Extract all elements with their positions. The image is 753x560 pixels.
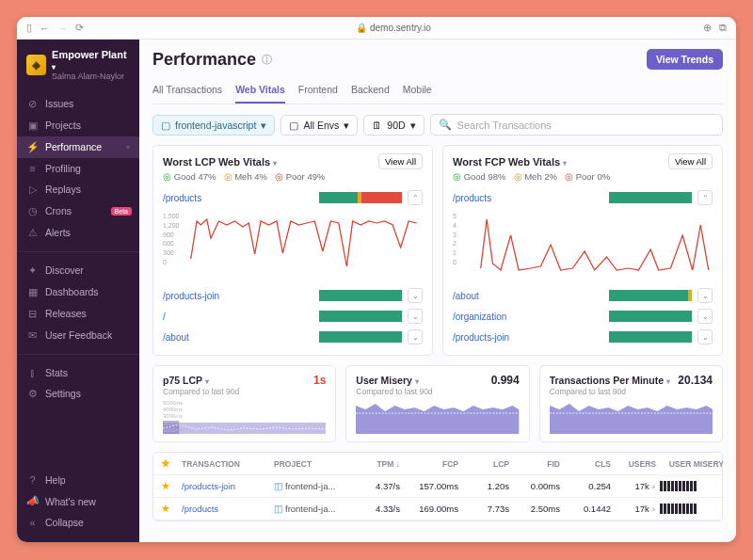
worst-lcp-card: Worst LCP Web Vitals ▾ View All Good 47%…	[152, 145, 433, 356]
expand-button[interactable]: ⌄	[697, 288, 713, 303]
tab-mobile[interactable]: Mobile	[403, 79, 432, 104]
sidebar-item-collapse[interactable]: «Collapse	[17, 512, 139, 533]
fcp-value: 157.00ms	[404, 481, 458, 491]
sidebar-item-user-feedback[interactable]: ✉User Feedback	[17, 325, 139, 346]
project-filter[interactable]: ▢ frontend-javascript ▾	[152, 115, 275, 136]
star-column-header[interactable]: ★	[161, 457, 178, 470]
expand-button[interactable]: ⌄	[408, 309, 423, 324]
user-misery-bars	[660, 504, 724, 514]
sidebar-item-label: Releases	[45, 308, 87, 319]
projects-icon: ▣	[26, 120, 39, 132]
sidebar-item-dashboards[interactable]: ▦Dashboards	[17, 281, 139, 303]
tpm-value: 4.37/s	[355, 481, 400, 491]
star-button[interactable]: ★	[161, 503, 178, 515]
sidebar-item-profiling[interactable]: ≡Profiling	[17, 158, 139, 179]
view-all-button[interactable]: View All	[668, 153, 713, 169]
metric-card-p75-lcp: p75 LCP ▾1sCompared to last 90d5000ms400…	[152, 365, 336, 442]
vitals-bar	[319, 331, 402, 343]
tab-backend[interactable]: Backend	[351, 79, 390, 104]
sidebar-item-replays[interactable]: ▷Replays	[17, 179, 139, 200]
sidebar-item-what's-new[interactable]: 📣What's new	[17, 490, 139, 512]
project-chip[interactable]: frontend-ja...	[274, 481, 351, 491]
vitals-bar	[609, 331, 692, 343]
reload-icon[interactable]: ⟳	[75, 22, 84, 34]
transaction-link[interactable]: /about	[163, 332, 313, 343]
chevron-down-icon[interactable]: ▾	[415, 377, 419, 386]
transaction-link[interactable]: /	[163, 312, 313, 322]
transaction-link[interactable]: /products	[453, 193, 603, 203]
lcp-value: 1.20s	[462, 481, 509, 491]
transaction-link[interactable]: /products-join	[453, 332, 603, 343]
metric-card-transactions-per-minute: Transactions Per Minute ▾20.134Compared …	[539, 365, 723, 442]
meh-stat: Meh 2%	[514, 171, 558, 182]
transaction-link[interactable]: /products-join	[182, 481, 270, 491]
env-filter[interactable]: ▢ All Envs ▾	[280, 115, 358, 136]
card-title: Worst FCP Web Vitals ▾	[453, 156, 567, 168]
chevron-down-icon[interactable]: ▾	[666, 377, 670, 386]
info-icon[interactable]: ⓘ	[262, 53, 272, 67]
sidebar-item-label: Crons	[45, 205, 72, 216]
poor-stat: Poor 49%	[275, 171, 325, 182]
sidebar-item-crons[interactable]: ◷CronsBeta	[17, 200, 139, 222]
expand-button[interactable]: ⌄	[697, 329, 713, 344]
tab-web-vitals[interactable]: Web Vitals	[235, 79, 285, 104]
chevron-down-icon[interactable]: ▾	[273, 159, 277, 168]
vitals-bar	[609, 192, 692, 203]
sidebar-item-releases[interactable]: ⊟Releases	[17, 303, 139, 325]
project-chip[interactable]: frontend-ja...	[274, 504, 351, 514]
sidebar-item-settings[interactable]: ⚙Settings	[17, 383, 139, 405]
transaction-link[interactable]: /products	[163, 193, 313, 203]
releases-icon: ⊟	[26, 308, 39, 320]
worst-fcp-card: Worst FCP Web Vitals ▾ View All Good 98%…	[442, 145, 723, 356]
collapse-button[interactable]: ⌃	[408, 190, 423, 205]
expand-button[interactable]: ⌄	[408, 329, 423, 344]
transaction-link[interactable]: /products	[182, 504, 270, 514]
metric-title: User Misery ▾	[356, 375, 418, 386]
view-all-button[interactable]: View All	[378, 153, 423, 169]
metric-chart	[550, 400, 713, 434]
sidebar-toggle-icon[interactable]: ▯	[26, 22, 32, 34]
share-icon[interactable]: ⊕	[703, 22, 712, 34]
chevron-down-icon[interactable]: ▾	[563, 159, 567, 168]
poor-stat: Poor 0%	[565, 171, 610, 182]
sidebar-item-issues[interactable]: ⊘Issues	[17, 93, 139, 115]
metric-card-user-misery: User Misery ▾0.994Compared to last 90d	[345, 365, 529, 442]
tab-all-transactions[interactable]: All Transactions	[152, 79, 222, 104]
transaction-link[interactable]: /products-join	[163, 291, 313, 301]
forward-icon[interactable]: →	[57, 23, 68, 34]
chevron-down-icon: ▾	[410, 120, 416, 131]
sidebar-item-stats[interactable]: ⫿Stats	[17, 362, 139, 383]
tab-frontend[interactable]: Frontend	[298, 79, 338, 104]
search-input[interactable]: 🔍 Search Transactions	[430, 114, 723, 136]
chevron-down-icon: ▾	[261, 120, 266, 131]
expand-button[interactable]: ⌄	[697, 309, 713, 324]
metric-chart: 5000ms4000ms3000ms2000ms1000ms	[163, 400, 326, 434]
sidebar-item-label: Discover	[45, 264, 84, 276]
tpm-value: 4.33/s	[355, 504, 400, 514]
metric-subtitle: Compared to last 90d	[550, 387, 713, 396]
sidebar-item-performance[interactable]: ⚡Performance▾	[17, 136, 139, 158]
org-switcher[interactable]: ◆ Empower Plant ▾ Salma Alam-Naylor	[17, 40, 139, 89]
period-filter[interactable]: 🗓 90D ▾	[363, 115, 424, 136]
transaction-link[interactable]: /organization	[453, 312, 603, 322]
chevron-down-icon: ▾	[344, 120, 349, 131]
good-stat: Good 47%	[163, 171, 216, 182]
chevron-down-icon[interactable]: ▾	[205, 377, 209, 386]
back-icon[interactable]: ←	[40, 23, 50, 34]
expand-button[interactable]: ⌄	[408, 288, 423, 303]
sidebar-item-projects[interactable]: ▣Projects	[17, 115, 139, 136]
collapse-button[interactable]: ⌃	[697, 190, 713, 205]
tabs-icon[interactable]: ⧉	[719, 22, 727, 34]
sidebar-item-alerts[interactable]: ⚠Alerts	[17, 222, 139, 244]
sidebar-item-label: Alerts	[45, 227, 71, 238]
sort-desc-icon[interactable]: ↓	[396, 459, 400, 469]
transaction-link[interactable]: /about	[453, 291, 603, 301]
issues-icon: ⊘	[26, 98, 39, 110]
users-value: 17k	[615, 504, 656, 515]
sidebar-item-help[interactable]: ?Help	[17, 470, 139, 490]
sidebar-item-label: Replays	[45, 184, 81, 195]
star-button[interactable]: ★	[161, 480, 178, 492]
metric-subtitle: Compared to last 90d	[163, 387, 326, 396]
sidebar-item-discover[interactable]: ✦Discover	[17, 260, 139, 281]
view-trends-button[interactable]: View Trends	[647, 49, 723, 70]
